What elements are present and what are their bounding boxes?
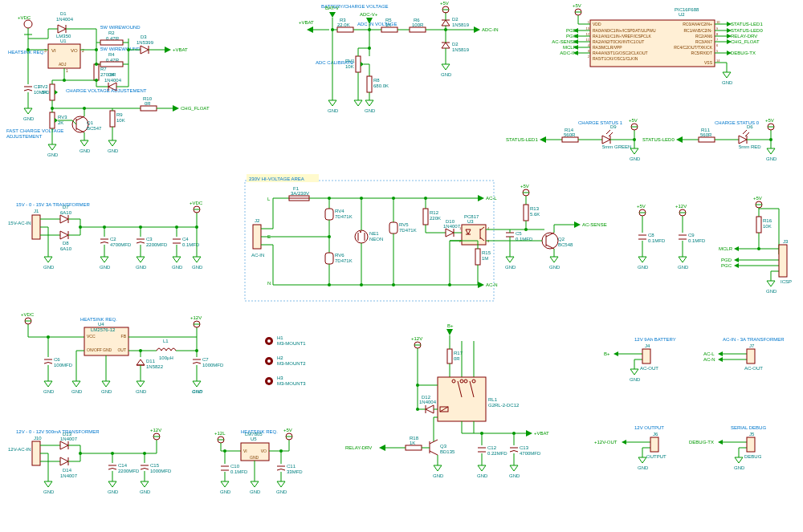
status-led0: CHARGE STATUS 0 STATUS-LED0 R11560R D65m… — [642, 118, 777, 161]
svg-text:+VDC: +VDC — [18, 15, 31, 20]
svg-text:+5V: +5V — [753, 196, 762, 201]
svg-rect-734 — [642, 349, 650, 363]
svg-text:GND: GND — [766, 289, 777, 294]
svg-text:1N5822: 1N5822 — [146, 364, 164, 369]
svg-rect-376 — [325, 209, 333, 220]
svg-point-403 — [424, 197, 427, 200]
svg-text:100R: 100R — [412, 22, 424, 27]
svg-text:RC2/AN6: RC2/AN6 — [695, 34, 712, 39]
svg-text:560R: 560R — [700, 132, 712, 137]
svg-point-597 — [416, 408, 419, 411]
svg-marker-167 — [474, 26, 480, 33]
svg-point-102 — [83, 107, 86, 110]
mcu-block: U2PIC16F688 +5V VDD RA0/AN0/C1IN+/ICSPDA… — [552, 3, 763, 85]
svg-rect-103 — [110, 111, 115, 127]
svg-rect-140 — [381, 27, 397, 32]
svg-text:10: 10 — [716, 20, 720, 24]
svg-text:J3: J3 — [783, 239, 789, 244]
svg-marker-279 — [676, 136, 683, 143]
svg-marker-741 — [718, 357, 723, 362]
svg-text:RV3: RV3 — [58, 115, 67, 120]
svg-text:RV6: RV6 — [335, 253, 344, 258]
svg-point-298 — [769, 138, 772, 141]
svg-text:3: 3 — [588, 49, 590, 53]
svg-text:M3-MOUNT3: M3-MOUNT3 — [277, 381, 306, 386]
svg-text:AC-OUT: AC-OUT — [640, 366, 658, 371]
svg-text:0.1MFD: 0.1MFD — [648, 238, 666, 243]
svg-text:GND: GND — [43, 389, 55, 394]
svg-point-580 — [267, 380, 271, 383]
svg-marker-158 — [442, 43, 450, 48]
svg-text:C13: C13 — [520, 445, 529, 450]
svg-text:GND: GND — [43, 489, 55, 494]
svg-text:GND: GND — [549, 265, 560, 270]
svg-text:D9: D9 — [610, 124, 617, 129]
svg-text:GND: GND — [101, 389, 112, 394]
svg-text:RA4/AN3/T1G/OSC2/CLKOUT: RA4/AN3/T1G/OSC2/CLKOUT — [593, 51, 648, 55]
svg-text:BD135: BD135 — [440, 449, 455, 454]
svg-text:GND: GND — [477, 473, 488, 478]
svg-marker-621 — [526, 430, 532, 437]
svg-point-436 — [360, 283, 363, 286]
svg-text:220K: 220K — [430, 216, 441, 221]
svg-text:GND: GND — [47, 152, 59, 157]
svg-text:PIC16F688: PIC16F688 — [675, 7, 699, 12]
svg-text:GND: GND — [433, 473, 444, 478]
svg-text:R9: R9 — [116, 112, 123, 117]
svg-text:4: 4 — [588, 43, 590, 47]
svg-text:H1: H1 — [277, 335, 283, 340]
svg-text:LM2576-12: LM2576-12 — [91, 327, 116, 332]
svg-text:GND: GND — [328, 108, 339, 113]
svg-text:C9: C9 — [688, 233, 695, 238]
svg-text:R8: R8 — [373, 78, 380, 83]
svg-marker-149 — [442, 20, 450, 26]
svg-text:6A10: 6A10 — [60, 210, 72, 215]
svg-text:PGD: PGD — [721, 258, 732, 262]
svg-text:D11: D11 — [146, 359, 156, 363]
svg-point-397 — [392, 197, 395, 200]
svg-text:10K: 10K — [116, 118, 125, 123]
svg-text:AC-L: AC-L — [703, 351, 715, 356]
svg-text:RA1/AN1/C1IN-/VREF/ICSPCLK: RA1/AN1/C1IN-/VREF/ICSPCLK — [593, 34, 651, 39]
svg-marker-738 — [718, 351, 723, 356]
status-led1: CHARGE STATUS 1 STATUS-LED1 R14560R D95m… — [506, 118, 641, 161]
svg-text:+VDC: +VDC — [190, 201, 203, 205]
svg-point-452 — [524, 228, 528, 231]
svg-text:GND: GND — [192, 389, 203, 394]
svg-text:1N5399: 1N5399 — [137, 40, 154, 45]
svg-point-609 — [416, 384, 419, 387]
svg-text:B+: B+ — [604, 351, 610, 356]
svg-point-276 — [633, 138, 636, 141]
svg-marker-124 — [307, 26, 313, 33]
svg-text:1: 1 — [66, 68, 68, 73]
svg-text:RL1: RL1 — [488, 397, 498, 402]
svg-text:SERIAL DEBUG: SERIAL DEBUG — [731, 425, 766, 430]
svg-text:12: 12 — [586, 32, 590, 36]
svg-text:+12L: +12L — [214, 431, 226, 436]
reg5v-block: HEATSINK REQ. +12L U5LM7805 VI VO GND +5… — [214, 428, 303, 494]
svg-text:GND: GND — [630, 377, 641, 382]
svg-text:12V - 0 - 12V 500mA TRANSFORME: 12V - 0 - 12V 500mA TRANSFORMER — [16, 429, 100, 434]
svg-text:13: 13 — [586, 26, 590, 30]
svg-text:GND: GND — [192, 265, 203, 270]
svg-text:R16: R16 — [763, 218, 772, 223]
svg-text:D6: D6 — [747, 124, 753, 129]
svg-rect-404 — [423, 209, 428, 225]
svg-text:AC-OUT: AC-OUT — [744, 366, 763, 371]
svg-text:AC-L: AC-L — [486, 196, 497, 201]
svg-rect-179 — [367, 76, 372, 92]
svg-point-0 — [24, 20, 32, 28]
svg-text:R7: R7 — [100, 67, 107, 71]
svg-point-394 — [360, 197, 363, 200]
svg-point-674 — [111, 452, 114, 455]
regulator-block: +VDC D1 1N4004 VI VO ADJ U1 LM350 HEATSI… — [6, 11, 210, 157]
svg-text:3A/230V: 3A/230V — [291, 191, 309, 196]
svg-text:1N4007: 1N4007 — [60, 473, 78, 478]
svg-text:H2: H2 — [277, 355, 283, 360]
svg-text:100µH: 100µH — [159, 355, 173, 360]
svg-text:C10: C10 — [230, 464, 240, 469]
svg-text:GND: GND — [766, 156, 777, 161]
svg-text:0.1MFD: 0.1MFD — [182, 242, 200, 247]
svg-text:560R: 560R — [564, 132, 576, 137]
transformer12-block: 12V - 0 - 12V 500mA TRANSFORMER J1012V-A… — [8, 428, 172, 494]
